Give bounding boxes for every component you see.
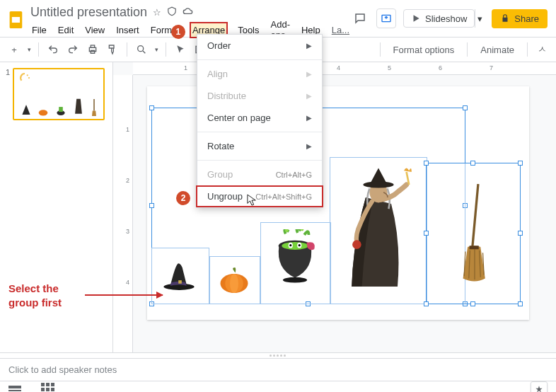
image-cauldron[interactable] (270, 229, 320, 284)
ruler-tick: 4 (337, 64, 340, 71)
svg-point-24 (282, 242, 308, 250)
cloud-status-icon[interactable] (183, 6, 194, 18)
canvas-area: 1 2 3 4 5 6 7 1 2 3 4 (113, 62, 556, 352)
statusbar (0, 381, 556, 392)
undo-button[interactable] (45, 41, 62, 58)
ruler-tick: 6 (439, 64, 442, 71)
ruler-tick: 5 (388, 64, 391, 71)
separator (127, 42, 127, 57)
svg-point-20 (230, 274, 238, 293)
animate-button[interactable]: Animate (473, 45, 521, 55)
share-button[interactable]: Share (492, 9, 548, 28)
zoom-dropdown[interactable]: ▾ (153, 46, 160, 53)
menu-item-order[interactable]: Order▶ (197, 35, 322, 57)
ungroup-label: Ungroup (207, 191, 243, 202)
zoom-button[interactable] (133, 41, 150, 58)
callout-1-badge: 1 (171, 25, 185, 39)
image-witch-hat[interactable] (163, 262, 195, 290)
separator (380, 42, 381, 57)
play-icon (411, 13, 421, 23)
filmstrip-view-button[interactable] (8, 386, 21, 393)
svg-point-32 (352, 240, 361, 249)
svg-rect-4 (91, 45, 94, 47)
menu-item-ungroup[interactable]: 2 Ungroup Ctrl+Alt+Shift+G (196, 185, 323, 207)
menu-item-distribute: Distribute▶ (197, 85, 322, 107)
arrange-menu: Order▶ Align▶ Distribute▶ Center on page… (197, 34, 323, 208)
image-pumpkin[interactable] (219, 267, 249, 293)
submenu-arrow-icon: ▶ (306, 114, 312, 122)
svg-point-22 (301, 229, 304, 231)
svg-rect-5 (91, 50, 94, 53)
vertical-ruler[interactable]: 1 2 3 4 (113, 75, 133, 352)
submenu-arrow-icon: ▶ (306, 42, 312, 50)
menu-file[interactable]: File (30, 23, 48, 37)
menu-item-group: GroupCtrl+Alt+G (197, 163, 322, 185)
image-broom[interactable] (457, 184, 492, 283)
header-right: Slideshow ▾ Share (351, 4, 548, 28)
speaker-notes[interactable]: Click to add speaker notes (0, 358, 556, 381)
svg-point-31 (363, 182, 393, 188)
paint-format-button[interactable] (104, 41, 121, 58)
ruler-tick: 3 (126, 228, 129, 235)
grid-view-button[interactable] (41, 383, 54, 392)
menu-separator (197, 59, 322, 60)
ruler-tick: 1 (126, 126, 129, 133)
new-slide-dropdown[interactable]: ▾ (25, 46, 33, 53)
title-zone: Untitled presentation ☆ File Edit View I… (30, 4, 351, 37)
present-to-meet-icon[interactable] (376, 8, 396, 28)
image-witch[interactable] (340, 166, 417, 293)
slides-logo (6, 7, 26, 33)
svg-point-10 (39, 110, 48, 115)
slideshow-button[interactable]: Slideshow (403, 9, 475, 28)
svg-point-29 (283, 277, 307, 283)
comments-icon[interactable] (351, 9, 369, 28)
svg-point-14 (27, 74, 28, 76)
menu-item-center[interactable]: Center on page▶ (197, 107, 322, 129)
cursor-icon (247, 194, 257, 207)
notes-resize-handle[interactable] (0, 352, 556, 358)
svg-rect-34 (470, 246, 479, 249)
slide-thumbnail-1[interactable] (13, 68, 105, 120)
svg-point-28 (299, 244, 301, 246)
doc-title[interactable]: Untitled presentation (30, 5, 147, 20)
svg-point-26 (289, 244, 291, 246)
menu-separator (197, 132, 322, 132)
callout-2-badge: 2 (176, 191, 190, 205)
select-tool[interactable] (172, 41, 189, 58)
menu-item-rotate[interactable]: Rotate▶ (197, 135, 322, 157)
share-label: Share (514, 13, 539, 24)
annotation-line1: Select the (8, 282, 62, 296)
slide-number: 1 (6, 68, 10, 120)
slideshow-label: Slideshow (425, 13, 467, 24)
menu-view[interactable]: View (83, 23, 106, 37)
separator (467, 42, 468, 57)
ungroup-shortcut: Ctrl+Alt+Shift+G (255, 192, 312, 201)
format-options-button[interactable]: Format options (386, 45, 462, 55)
ruler-tick: 1 (184, 64, 187, 71)
hide-menus-button[interactable]: ㅅ (533, 41, 550, 58)
submenu-arrow-icon: ▶ (306, 142, 312, 150)
new-slide-button[interactable]: + (6, 41, 23, 58)
annotation-arrow (85, 294, 163, 296)
explore-button[interactable] (531, 381, 548, 393)
move-icon[interactable] (167, 6, 177, 18)
svg-rect-17 (178, 280, 182, 284)
lock-icon (500, 13, 510, 23)
svg-line-33 (473, 184, 478, 248)
redo-button[interactable] (64, 41, 81, 58)
star-icon[interactable]: ☆ (153, 7, 161, 18)
menu-last-edit[interactable]: La... (330, 23, 351, 37)
annotation-text: Select the group first (8, 282, 62, 309)
menu-insert[interactable]: Insert (115, 23, 141, 37)
slideshow-dropdown[interactable]: ▾ (475, 9, 485, 28)
svg-rect-12 (59, 107, 63, 112)
svg-point-15 (28, 77, 30, 79)
print-button[interactable] (84, 41, 101, 58)
menu-item-align: Align▶ (197, 63, 322, 85)
ruler-tick: 7 (490, 64, 493, 71)
menu-separator (197, 160, 322, 161)
svg-rect-1 (12, 17, 20, 23)
menu-edit[interactable]: Edit (57, 23, 75, 37)
separator (166, 42, 166, 57)
svg-point-6 (138, 46, 144, 52)
